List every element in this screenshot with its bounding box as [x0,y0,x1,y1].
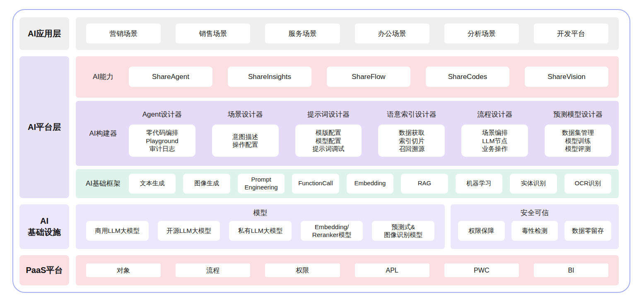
paas-layer-row: PaaS平台 对象流程权限APLPWCBI [19,255,619,285]
builder-column-title: 语意索引设计器 [387,110,436,119]
security-chip: 权限保障 [458,221,505,241]
builder-column-box: 数据获取 索引切片 召回溯源 [378,124,445,157]
paas-chip: PWC [444,263,519,277]
models-group-title: 模型 [76,208,445,218]
paas-chip: APL [355,263,429,277]
models-group-items: 商用LLM大模型开源LLM大模型私有LLM大模型Embedding/ Reran… [76,218,445,249]
model-chip: 预测式& 图像识别模型 [372,221,434,241]
security-chip: 数据零留存 [564,221,611,241]
model-chip: 私有LLM大模型 [229,221,292,241]
builder-band-label: AI构建器 [82,129,124,138]
layer-label-infra: AI 基础设施 [19,204,69,249]
app-scenario-chip: 销售场景 [176,24,250,43]
paas-chip: 流程 [176,263,250,277]
builder-column-title: 场景设计器 [228,110,263,119]
builder-column-box: 模版配置 模型配置 提示词调试 [295,124,362,157]
framework-chip: FunctionCall [292,174,339,194]
framework-chip: 实体识别 [510,174,557,194]
infra-layer-row: AI 基础设施 模型 商用LLM大模型开源LLM大模型私有LLM大模型Embed… [19,204,619,249]
layer-label-platform: AI平台层 [19,56,69,198]
framework-chip: Prompt Engineering [238,174,285,194]
layer-label-app: AI应用层 [19,17,69,50]
app-scenario-chip: 办公场景 [355,24,429,43]
builder-column-title: 提示词设计器 [307,110,350,119]
framework-chip: OCR识别 [564,174,611,194]
builder-column-box: 数据集管理 模型训练 模型评测 [545,124,611,157]
builder-columns: Agent设计器零代码编排 Playground 审计日志场景设计器意图描述 操… [129,110,611,157]
paas-chip: BI [534,263,608,277]
security-chip: 毒性检测 [511,221,558,241]
capability-band-items: ShareAgentShareInsightsShareFlowShareCod… [129,67,608,87]
builder-band: AI构建器 Agent设计器零代码编排 Playground 审计日志场景设计器… [76,101,619,166]
builder-column-box: 意图描述 操作配置 [212,124,279,157]
framework-band-items: 文本生成图像生成Prompt EngineeringFunctionCallEm… [129,174,611,194]
platform-layer-body: AI能力 ShareAgentShareInsightsShareFlowSha… [76,56,619,198]
framework-chip: Embedding [347,174,393,194]
framework-band: AI基础框架 文本生成图像生成Prompt EngineeringFunctio… [76,169,619,198]
builder-column: Agent设计器零代码编排 Playground 审计日志 [129,110,195,157]
builder-column: 流程设计器场景编排 LLM节点 业务操作 [461,110,528,157]
capability-chip: ShareCodes [426,67,509,87]
app-scenario-chip: 分析场景 [444,24,519,43]
builder-column-box: 零代码编排 Playground 审计日志 [129,124,195,157]
security-group-items: 权限保障毒性检测数据零留存 [451,218,619,249]
builder-column-title: 预测模型设计器 [553,110,603,119]
capability-chip: ShareVision [525,67,608,87]
model-chip: 开源LLM大模型 [158,221,220,241]
builder-column: 预测模型设计器数据集管理 模型训练 模型评测 [545,110,611,157]
app-layer-band: 营销场景销售场景服务场景办公场景分析场景开发平台 [76,17,619,50]
architecture-diagram-frame: AI应用层 营销场景销售场景服务场景办公场景分析场景开发平台 AI平台层 AI能… [12,9,630,293]
security-group-title: 安全可信 [451,208,619,218]
security-group: 安全可信 权限保障毒性检测数据零留存 [451,204,619,249]
framework-band-label: AI基础框架 [82,179,124,188]
app-scenario-chip: 开发平台 [534,24,608,43]
builder-column: 提示词设计器模版配置 模型配置 提示词调试 [295,110,362,157]
models-group: 模型 商用LLM大模型开源LLM大模型私有LLM大模型Embedding/ Re… [76,204,445,249]
paas-chip: 对象 [86,263,161,277]
capability-chip: ShareAgent [129,67,212,87]
paas-band: 对象流程权限APLPWCBI [76,255,619,285]
framework-chip: 文本生成 [129,174,176,194]
builder-column: 语意索引设计器数据获取 索引切片 召回溯源 [378,110,445,157]
capability-chip: ShareInsights [228,67,311,87]
infra-layer-body: 模型 商用LLM大模型开源LLM大模型私有LLM大模型Embedding/ Re… [76,204,619,249]
builder-column-title: 流程设计器 [477,110,512,119]
app-scenario-chip: 服务场景 [265,24,340,43]
app-layer-row: AI应用层 营销场景销售场景服务场景办公场景分析场景开发平台 [19,17,619,50]
platform-layer-row: AI平台层 AI能力 ShareAgentShareInsightsShareF… [19,56,619,198]
framework-chip: 图像生成 [183,174,230,194]
capability-band-label: AI能力 [82,72,124,81]
builder-column-box: 场景编排 LLM节点 业务操作 [461,124,528,157]
app-scenario-chip: 营销场景 [86,24,161,43]
capability-band: AI能力 ShareAgentShareInsightsShareFlowSha… [76,56,619,98]
framework-chip: RAG [401,174,448,194]
layer-label-paas: PaaS平台 [19,255,69,285]
model-chip: Embedding/ Reranker模型 [301,221,363,241]
builder-column-title: Agent设计器 [142,110,182,119]
capability-chip: ShareFlow [327,67,410,87]
builder-column: 场景设计器意图描述 操作配置 [212,110,279,157]
model-chip: 商用LLM大模型 [86,221,149,241]
framework-chip: 机器学习 [456,174,502,194]
paas-chip: 权限 [265,263,340,277]
